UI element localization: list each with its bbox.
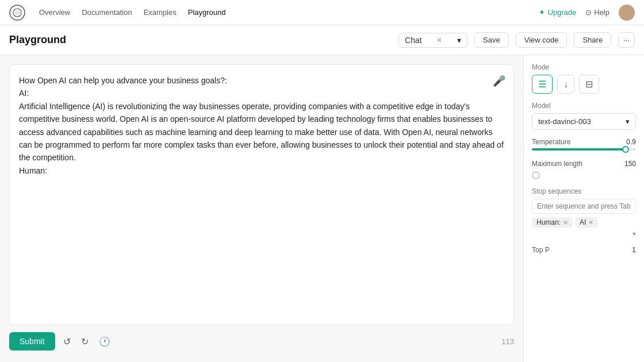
upgrade-icon: ✦ bbox=[539, 8, 545, 17]
top-p-label: Top P bbox=[532, 246, 550, 254]
tag-ai-label: AI bbox=[580, 218, 586, 226]
save-button[interactable]: Save bbox=[474, 32, 509, 48]
redo-button[interactable]: ↻ bbox=[79, 334, 91, 349]
nav-examples[interactable]: Examples bbox=[144, 8, 177, 17]
bottom-bar: Submit ↺ ↻ 🕐 113 bbox=[9, 332, 514, 353]
tag-human-label: Human: bbox=[536, 218, 561, 226]
stop-seq-chevron-icon[interactable]: ▾ bbox=[532, 230, 636, 238]
top-p-section: Top P 1 bbox=[532, 246, 636, 254]
main-layout: 🎤 How Open AI can help you advance your … bbox=[0, 55, 644, 362]
mode-selector[interactable]: Chat ✕ ▾ bbox=[398, 33, 467, 48]
stop-sequences-section: Stop sequences Human: ✕ AI ✕ ▾ bbox=[532, 187, 636, 238]
mode-dropdown-icon[interactable]: ▾ bbox=[457, 36, 461, 45]
mode-section-title: Mode bbox=[532, 63, 636, 71]
tag-ai-remove[interactable]: ✕ bbox=[588, 219, 593, 226]
nav-playground[interactable]: Playground bbox=[188, 8, 226, 17]
temperature-label: Temperature bbox=[532, 138, 570, 146]
tag-ai: AI ✕ bbox=[575, 217, 598, 228]
stop-seq-tags: Human: ✕ AI ✕ bbox=[532, 217, 636, 228]
mode-icon-list[interactable]: ☰ bbox=[532, 75, 553, 94]
mode-clear-icon[interactable]: ✕ bbox=[436, 36, 442, 44]
max-length-value: 150 bbox=[624, 160, 636, 168]
top-p-value: 1 bbox=[632, 246, 636, 254]
user-avatar[interactable] bbox=[619, 5, 635, 21]
tag-human: Human: ✕ bbox=[532, 217, 573, 228]
microphone-icon[interactable]: 🎤 bbox=[493, 73, 505, 90]
view-code-button[interactable]: View code bbox=[516, 32, 568, 48]
mode-section: Mode ☰ ↓ ⊟ bbox=[532, 63, 636, 94]
help-button[interactable]: ⊙ Help bbox=[585, 8, 610, 17]
nav-documentation[interactable]: Documentation bbox=[82, 8, 132, 17]
model-value: text-davinci-003 bbox=[538, 117, 591, 126]
history-button[interactable]: 🕐 bbox=[97, 334, 113, 349]
stop-seq-title: Stop sequences bbox=[532, 187, 636, 195]
undo-button[interactable]: ↺ bbox=[61, 334, 73, 349]
max-length-section: Maximum length 150 bbox=[532, 160, 636, 179]
model-chevron-icon: ▾ bbox=[626, 117, 630, 126]
stop-seq-input[interactable] bbox=[532, 199, 636, 214]
center-area: 🎤 How Open AI can help you advance your … bbox=[0, 55, 523, 362]
mode-icon-down[interactable]: ↓ bbox=[557, 75, 574, 94]
tag-human-remove[interactable]: ✕ bbox=[563, 219, 568, 226]
openai-logo-icon bbox=[9, 5, 25, 21]
share-button[interactable]: Share bbox=[574, 32, 611, 48]
right-panel: Mode ☰ ↓ ⊟ Model text-davinci-003 ▾ Temp… bbox=[523, 55, 644, 362]
topnav: Overview Documentation Examples Playgrou… bbox=[0, 0, 644, 25]
model-section-title: Model bbox=[532, 102, 636, 110]
topnav-right: ✦ Upgrade ⊙ Help bbox=[539, 5, 635, 21]
nav-overview[interactable]: Overview bbox=[39, 8, 70, 17]
mode-label: Chat bbox=[405, 36, 422, 45]
temperature-section: Temperature 0.9 bbox=[532, 138, 636, 152]
char-count: 113 bbox=[501, 337, 514, 346]
mode-icon-group: ☰ ↓ ⊟ bbox=[532, 75, 636, 94]
header-bar: Playground Chat ✕ ▾ Save View code Share… bbox=[0, 25, 644, 55]
submit-button[interactable]: Submit bbox=[9, 332, 55, 351]
max-length-indicator bbox=[532, 171, 540, 179]
page-title: Playground bbox=[9, 34, 392, 46]
chat-content: How Open AI can help you advance your bu… bbox=[19, 74, 504, 177]
max-length-label: Maximum length bbox=[532, 160, 582, 168]
mode-icon-listdown[interactable]: ⊟ bbox=[579, 75, 599, 94]
temperature-value: 0.9 bbox=[626, 138, 636, 146]
temperature-slider[interactable] bbox=[532, 148, 636, 151]
help-icon: ⊙ bbox=[585, 8, 592, 17]
upgrade-button[interactable]: ✦ Upgrade bbox=[539, 8, 576, 17]
chat-box[interactable]: 🎤 How Open AI can help you advance your … bbox=[9, 64, 514, 325]
topnav-links: Overview Documentation Examples Playgrou… bbox=[39, 8, 525, 17]
more-options-button[interactable]: ··· bbox=[618, 32, 635, 48]
model-select[interactable]: text-davinci-003 ▾ bbox=[532, 113, 636, 130]
model-section: Model text-davinci-003 ▾ bbox=[532, 102, 636, 130]
